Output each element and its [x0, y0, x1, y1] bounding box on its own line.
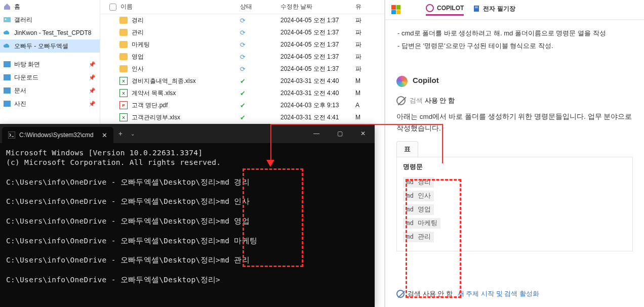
- nav-item[interactable]: 갤러리: [0, 13, 100, 26]
- column-headers[interactable]: 이름 상태 수정한 날짜 유: [100, 0, 384, 14]
- file-type: M: [355, 114, 371, 121]
- terminal-window: C:\Windows\System32\cmd ✕ + ⌄ — ▢ ✕ Micr…: [0, 124, 375, 307]
- nav-item[interactable]: 문서 📌: [0, 84, 100, 97]
- disabled-icon: [396, 96, 406, 105]
- globe-disabled-icon: [396, 290, 405, 298]
- file-row[interactable]: X고객관리명부.xlsx ✔ 2024-03-31 오전 4:41 M: [100, 111, 384, 123]
- maximize-button[interactable]: ▢: [328, 124, 351, 143]
- cloud-icon: [3, 29, 11, 37]
- annotation-arrow: [442, 124, 443, 163]
- command-code[interactable]: md 인사: [403, 191, 434, 201]
- select-all-checkbox[interactable]: [109, 4, 116, 11]
- nav-label: 오빠두 - 오빠두엑셀: [14, 42, 68, 51]
- blue-icon: [3, 100, 11, 108]
- copilot-tab[interactable]: COPILOT: [426, 4, 464, 16]
- nav-item[interactable]: 홈: [0, 0, 100, 13]
- excel-icon: X: [119, 89, 128, 97]
- nav-label: 갤러리: [14, 16, 32, 24]
- file-row[interactable]: X계약서 목록.xlsx ✔ 2024-03-31 오전 4:40 M: [100, 87, 384, 99]
- copilot-name: Copilot: [413, 76, 439, 87]
- col-name: 이름: [120, 3, 133, 11]
- file-type: M: [355, 77, 371, 84]
- file-row[interactable]: 관리 ⟳ 2024-04-05 오전 1:37 파: [100, 26, 384, 38]
- table-tab-label[interactable]: 표: [396, 141, 418, 157]
- file-name: 경리: [132, 16, 144, 25]
- copilot-tab-label: COPILOT: [437, 5, 464, 12]
- file-date: 2024-03-31 오전 4:40: [280, 77, 355, 85]
- nav-item[interactable]: 오빠두 - 오빠두엑셀: [0, 39, 100, 53]
- new-topic-link[interactable]: 새 주제 시작 및 검색 활성화: [458, 289, 539, 298]
- nav-item[interactable]: 다운로드 📌: [0, 71, 100, 84]
- copilot-footer: 검색 사용 안 함 새 주제 시작 및 검색 활성화: [396, 289, 539, 298]
- close-tab-icon[interactable]: ✕: [102, 131, 107, 139]
- synced-icon: ✔: [240, 90, 246, 97]
- file-row[interactable]: X경비지출내역_최종.xlsx ✔ 2024-03-31 오전 4:40 M: [100, 75, 384, 87]
- svg-rect-5: [4, 101, 11, 107]
- sync-icon: ⟳: [240, 17, 246, 24]
- file-row[interactable]: 경리 ⟳ 2024-04-05 오전 1:37 파: [100, 14, 384, 26]
- sync-icon: ⟳: [240, 29, 246, 36]
- onedrive-icon: [3, 42, 11, 50]
- nav-label: 다운로드: [14, 73, 38, 82]
- annotation-arrow: [270, 124, 442, 125]
- file-row[interactable]: 인사 ⟳ 2024-04-05 오전 1:37 파: [100, 63, 384, 75]
- file-date: 2024-03-31 오전 4:40: [280, 89, 355, 98]
- synced-icon: ✔: [240, 114, 246, 121]
- nav-label: 바탕 화면: [14, 60, 40, 69]
- file-name: 고객관리명부.xlsx: [132, 113, 180, 122]
- search-disabled-badge: 검색 사용 안 함: [396, 96, 633, 105]
- svg-point-1: [5, 19, 7, 20]
- col-date: 수정한 날짜: [280, 3, 355, 11]
- nav-item[interactable]: JinKwon - Test_Test_CPDT8: [0, 26, 100, 39]
- command-code[interactable]: md 경리: [403, 177, 434, 188]
- home-icon: [3, 3, 11, 11]
- file-row[interactable]: P고객 명단.pdf ✔ 2024-04-03 오후 9:13 A: [100, 99, 384, 111]
- command-code[interactable]: md 영업: [403, 204, 434, 215]
- blue-icon: [3, 73, 11, 81]
- copilot-answer: 아래는 cmd에서 바로 폴더를 생성하기 위한 명령문들입니다. 업무 분야으…: [396, 111, 633, 135]
- excel-icon: X: [119, 113, 128, 121]
- command-code[interactable]: md 마케팅: [403, 218, 440, 229]
- tab-dropdown-icon[interactable]: ⌄: [128, 131, 138, 137]
- synced-icon: ✔: [240, 77, 246, 85]
- file-row[interactable]: 영업 ⟳ 2024-04-05 오전 1:37 파: [100, 51, 384, 63]
- file-date: 2024-04-05 오전 1:37: [280, 65, 355, 73]
- terminal-tabbar: C:\Windows\System32\cmd ✕ + ⌄ — ▢ ✕: [0, 124, 375, 143]
- terminal-tab[interactable]: C:\Windows\System32\cmd ✕: [2, 127, 113, 143]
- user-prompt-line: - cmd로 폴더를 바로 생성하려고 해. md 폴더이름으로 명령문 열을 …: [396, 28, 633, 39]
- nav-item[interactable]: 사진 📌: [0, 97, 100, 110]
- svg-rect-10: [475, 8, 478, 8]
- close-button[interactable]: ✕: [351, 124, 375, 143]
- new-tab-button[interactable]: +: [113, 129, 128, 138]
- notebook-icon: [473, 5, 480, 12]
- file-name: 관리: [132, 28, 144, 37]
- footer-text: 검색 사용 안 함: [408, 289, 453, 298]
- command-code[interactable]: md 관리: [403, 232, 434, 242]
- copilot-avatar-icon: [396, 76, 408, 87]
- terminal-body[interactable]: Microsoft Windows [Version 10.0.22631.33…: [0, 143, 375, 290]
- sync-icon: ⟳: [240, 41, 246, 49]
- minimize-button[interactable]: —: [305, 124, 328, 143]
- file-date: 2024-04-05 오전 1:37: [280, 28, 355, 37]
- file-name: 경비지출내역_최종.xlsx: [132, 77, 196, 85]
- file-type: 파: [355, 40, 371, 49]
- notebook-tab[interactable]: 전자 필기장: [473, 5, 515, 15]
- pdf-icon: P: [119, 101, 128, 109]
- microsoft-logo-icon: [391, 5, 400, 14]
- svg-rect-8: [474, 6, 479, 12]
- file-type: 파: [355, 28, 371, 37]
- file-name: 인사: [132, 65, 144, 73]
- answer-table-section: 표 명령문 md 경리md 인사md 영업md 마케팅md 관리: [396, 141, 633, 251]
- file-name: 고객 명단.pdf: [132, 101, 168, 110]
- search-disabled-footer: 검색 사용 안 함: [396, 289, 453, 298]
- tab-title: C:\Windows\System32\cmd: [19, 131, 94, 139]
- nav-label: 홈: [14, 3, 20, 11]
- nav-label: JinKwon - Test_Test_CPDT8: [14, 29, 92, 36]
- nav-item[interactable]: 바탕 화면 📌: [0, 58, 100, 71]
- file-type: 파: [355, 16, 371, 25]
- file-type: M: [355, 90, 371, 97]
- svg-rect-4: [4, 87, 11, 94]
- file-row[interactable]: 마케팅 ⟳ 2024-04-05 오전 1:37 파: [100, 38, 384, 51]
- synced-icon: ✔: [240, 102, 246, 109]
- svg-rect-6: [8, 131, 15, 139]
